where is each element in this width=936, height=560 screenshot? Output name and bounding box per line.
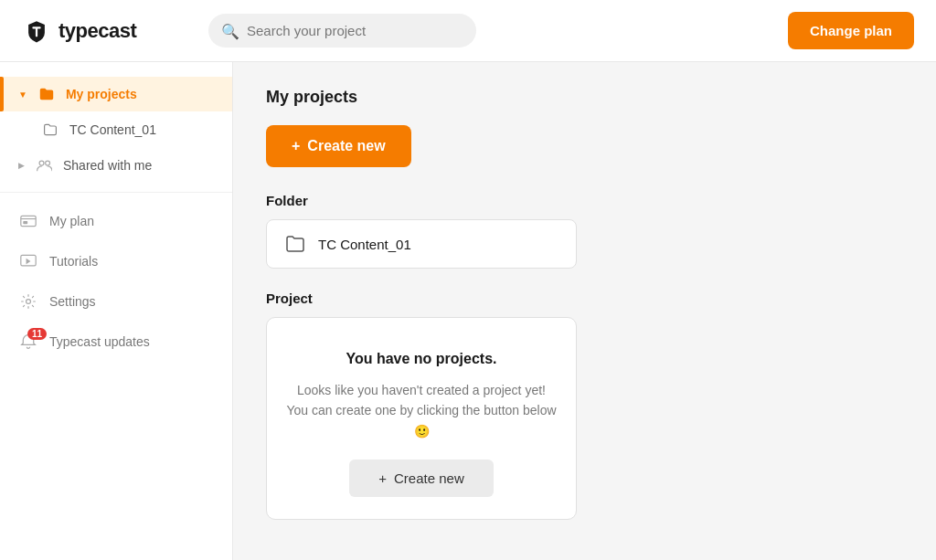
chevron-right-icon: ▶ xyxy=(18,161,25,170)
sidebar-item-updates[interactable]: 11 Typecast updates xyxy=(0,322,232,361)
svg-rect-3 xyxy=(23,221,27,224)
search-icon: 🔍 xyxy=(221,22,239,39)
sidebar-divider-1 xyxy=(0,192,232,193)
create-new-button[interactable]: + Create new xyxy=(266,125,411,167)
empty-project-box: You have no projects. Looks like you hav… xyxy=(266,317,577,520)
project-section-label: Project xyxy=(266,291,903,306)
shared-icon xyxy=(34,155,54,175)
create-new-secondary-label: Create new xyxy=(394,470,464,486)
folder-card-name: TC Content_01 xyxy=(318,237,411,252)
plus-icon: + xyxy=(292,138,300,154)
sidebar-item-settings[interactable]: Settings xyxy=(0,282,232,321)
settings-icon xyxy=(18,291,38,312)
chevron-down-icon: ▼ xyxy=(18,90,27,100)
sidebar-item-my-projects[interactable]: ▼ My projects xyxy=(0,77,232,111)
create-new-label: Create new xyxy=(307,138,385,154)
folder-card-icon xyxy=(285,235,305,253)
my-plan-label: My plan xyxy=(49,214,94,228)
empty-project-desc: Looks like you haven't created a project… xyxy=(285,380,558,441)
tc-content-label: TC Content_01 xyxy=(69,122,156,137)
sidebar: ▼ My projects TC Content_01 ▶ xyxy=(0,62,233,560)
tutorials-label: Tutorials xyxy=(49,254,98,269)
plus-secondary-icon: + xyxy=(378,470,387,486)
logo-area: typecast xyxy=(22,16,186,46)
tutorials-icon xyxy=(18,251,38,271)
svg-point-1 xyxy=(46,161,50,165)
updates-badge: 11 xyxy=(27,328,47,340)
plan-icon xyxy=(18,211,38,231)
my-projects-label: My projects xyxy=(66,87,137,101)
sidebar-item-my-plan[interactable]: My plan xyxy=(0,202,232,240)
updates-icon: 11 xyxy=(18,332,38,352)
project-section: Project You have no projects. Looks like… xyxy=(266,291,903,520)
main-layout: ▼ My projects TC Content_01 ▶ xyxy=(0,62,936,560)
settings-label: Settings xyxy=(49,294,96,309)
page-title: My projects xyxy=(266,88,903,107)
create-new-secondary-button[interactable]: + Create new xyxy=(349,460,493,497)
sidebar-item-tc-content[interactable]: TC Content_01 xyxy=(0,113,232,146)
main-content: My projects + Create new Folder TC Conte… xyxy=(233,62,936,560)
folder-section-label: Folder xyxy=(266,193,903,208)
typecast-logo-icon xyxy=(22,16,51,46)
sidebar-item-shared[interactable]: ▶ Shared with me xyxy=(0,148,232,183)
search-input[interactable] xyxy=(208,14,476,48)
folder-outline-icon xyxy=(40,120,60,140)
folder-card[interactable]: TC Content_01 xyxy=(266,219,577,269)
svg-point-0 xyxy=(39,161,44,165)
header: typecast 🔍 Change plan xyxy=(0,0,936,62)
shared-with-me-label: Shared with me xyxy=(63,158,152,173)
updates-label: Typecast updates xyxy=(49,334,150,349)
change-plan-button[interactable]: Change plan xyxy=(788,12,914,49)
empty-project-title: You have no projects. xyxy=(285,351,558,367)
svg-point-5 xyxy=(27,300,31,304)
search-bar-container: 🔍 xyxy=(208,14,476,48)
folder-icon-orange xyxy=(37,84,57,104)
svg-rect-2 xyxy=(21,216,36,226)
logo-text: typecast xyxy=(58,19,136,43)
sidebar-item-tutorials[interactable]: Tutorials xyxy=(0,242,232,280)
